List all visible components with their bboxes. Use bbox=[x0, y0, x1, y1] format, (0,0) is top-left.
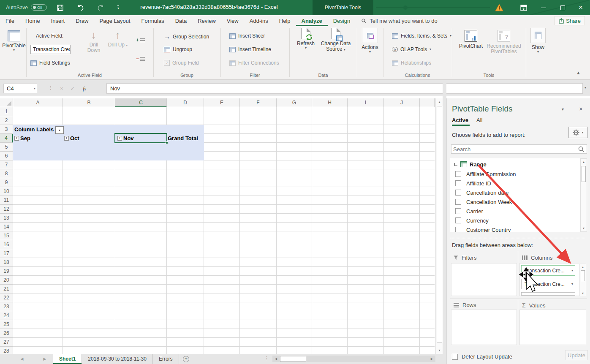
drill-up-button[interactable]: ↑ Drill Up ▾ bbox=[107, 28, 128, 48]
pivot-cell-sep[interactable]: + Sep bbox=[14, 134, 30, 143]
column-header-partial[interactable] bbox=[420, 98, 435, 107]
actions-button[interactable]: Actions ▾ bbox=[360, 28, 380, 54]
scroll-right-arrow[interactable]: ▶ bbox=[428, 356, 435, 362]
pivot-column-labels-cell[interactable]: Column Labels bbox=[14, 125, 54, 134]
collapse-field-button[interactable]: − bbox=[136, 56, 145, 62]
pane-close-button[interactable]: × bbox=[579, 105, 583, 112]
row-header-1[interactable]: 1 bbox=[0, 107, 13, 116]
expand-icon[interactable]: + bbox=[14, 136, 19, 141]
menu-tab-add-ins[interactable]: Add-ins bbox=[244, 15, 274, 26]
values-drop-area[interactable] bbox=[519, 310, 586, 345]
field-item-cancellation-date[interactable]: Cancellation date bbox=[450, 188, 580, 197]
notification-warning-button[interactable] bbox=[491, 0, 508, 15]
column-labels-filter-dropdown[interactable]: ▾ bbox=[55, 126, 64, 134]
row-header-13[interactable]: 13 bbox=[0, 214, 13, 223]
scroll-down-arrow[interactable]: ▼ bbox=[436, 347, 443, 354]
expand-field-button[interactable]: + bbox=[136, 37, 145, 43]
insert-slicer-button[interactable]: Insert Slicer bbox=[229, 33, 265, 39]
confirm-entry-button[interactable]: ✓ bbox=[68, 84, 78, 93]
expand-icon[interactable]: + bbox=[64, 136, 69, 141]
name-box[interactable]: C4 ▾ bbox=[3, 84, 37, 93]
menu-tab-view[interactable]: View bbox=[221, 15, 244, 26]
chevron-down-icon[interactable]: ▾ bbox=[571, 283, 573, 286]
cancel-entry-button[interactable]: × bbox=[57, 84, 67, 93]
row-header-8[interactable]: 8 bbox=[0, 169, 13, 178]
column-header-a[interactable]: A bbox=[13, 98, 63, 107]
fill-handle[interactable] bbox=[166, 141, 168, 144]
autosave-toggle[interactable]: AutoSave Off bbox=[6, 4, 47, 11]
collapse-icon[interactable] bbox=[454, 163, 457, 166]
collapse-ribbon-button[interactable]: ▲ bbox=[576, 70, 581, 75]
field-search-input[interactable] bbox=[451, 146, 578, 152]
column-header-i[interactable]: I bbox=[348, 98, 384, 107]
scroll-up-arrow[interactable]: ▲ bbox=[436, 98, 443, 106]
formula-input[interactable]: Nov bbox=[106, 83, 583, 94]
insert-timeline-button[interactable]: Insert Timeline bbox=[229, 46, 271, 52]
menu-tab-design[interactable]: Design bbox=[328, 15, 356, 26]
field-item-customer-country[interactable]: Customer Country bbox=[450, 225, 580, 232]
show-button[interactable]: Show ▾ bbox=[529, 28, 547, 54]
scroll-thumb[interactable] bbox=[581, 270, 585, 281]
field-checkbox[interactable] bbox=[455, 217, 461, 223]
row-header-6[interactable]: 6 bbox=[0, 152, 13, 160]
sheet-tab-2018-09-30-to-2018-11-30[interactable]: 2018-09-30 to 2018-11-30 bbox=[82, 354, 153, 364]
menu-tab-analyze[interactable]: Analyze bbox=[296, 15, 328, 26]
select-all-corner[interactable] bbox=[0, 98, 13, 107]
sheet-tab-errors[interactable]: Errors bbox=[153, 354, 179, 364]
active-field-value-box[interactable]: Transaction Creat bbox=[30, 45, 71, 54]
vertical-scrollbar[interactable]: ▲ ▼ bbox=[435, 98, 443, 354]
field-item-currency[interactable]: Currency bbox=[450, 216, 580, 225]
rows-drop-area[interactable] bbox=[451, 310, 517, 345]
row-header-3[interactable]: 3 bbox=[0, 125, 13, 134]
chevron-down-icon[interactable]: ▾ bbox=[571, 269, 573, 272]
pane-options-dropdown[interactable]: ▾ bbox=[562, 107, 564, 111]
row-header-9[interactable]: 9 bbox=[0, 178, 13, 187]
row-header-12[interactable]: 12 bbox=[0, 205, 13, 214]
field-settings-button[interactable]: Field Settings bbox=[30, 60, 70, 66]
row-header-15[interactable]: 15 bbox=[0, 231, 13, 240]
menu-tab-help[interactable]: Help bbox=[274, 15, 296, 26]
row-header-5[interactable]: 5 bbox=[0, 143, 13, 152]
row-header-11[interactable]: 11 bbox=[0, 196, 13, 205]
column-header-j[interactable]: J bbox=[384, 98, 420, 107]
menu-tab-file[interactable]: File bbox=[0, 15, 20, 26]
field-item-carrier[interactable]: Carrier bbox=[450, 206, 580, 216]
relationships-button[interactable]: Relationships bbox=[392, 60, 431, 66]
save-button[interactable] bbox=[54, 3, 66, 13]
row-header-23[interactable]: 23 bbox=[0, 302, 13, 311]
field-list-scrollbar[interactable]: ▲ ▼ bbox=[580, 158, 587, 232]
column-header-h[interactable]: H bbox=[312, 98, 348, 107]
menu-tab-insert[interactable]: Insert bbox=[46, 15, 71, 26]
horizontal-scrollbar[interactable]: ◀ ▶ bbox=[272, 356, 435, 362]
row-header-14[interactable]: 14 bbox=[0, 223, 13, 231]
row-header-19[interactable]: 19 bbox=[0, 267, 13, 276]
scroll-up-arrow[interactable]: ▲ bbox=[581, 159, 587, 165]
sheet-nav-left-arrow[interactable]: ◀ bbox=[17, 354, 27, 364]
field-checkbox[interactable] bbox=[455, 180, 461, 186]
field-checkbox[interactable] bbox=[455, 227, 461, 232]
pivot-grand-total-cell[interactable]: Grand Total bbox=[168, 134, 198, 143]
insert-function-button[interactable]: fx bbox=[79, 84, 90, 93]
columns-pill-partial[interactable] bbox=[521, 292, 575, 296]
group-selection-button[interactable]: → Group Selection bbox=[164, 33, 209, 40]
menu-tab-home[interactable]: Home bbox=[20, 15, 46, 26]
menu-tab-page-layout[interactable]: Page Layout bbox=[94, 15, 136, 26]
sheet-tab-sheet1[interactable]: Sheet1 bbox=[53, 354, 82, 364]
olap-tools-button[interactable]: fx OLAP Tools ▾ bbox=[392, 46, 431, 52]
share-button[interactable]: Share bbox=[555, 16, 585, 25]
field-search-box[interactable] bbox=[451, 144, 587, 154]
row-header-26[interactable]: 26 bbox=[0, 329, 13, 338]
columns-pill-1[interactable]: Transaction Cre...▾ bbox=[521, 265, 575, 276]
drill-down-button[interactable]: ↓ Drill Down bbox=[83, 28, 105, 53]
undo-button[interactable] bbox=[74, 3, 86, 13]
fields-items-sets-button[interactable]: Fields, Items, & Sets ▾ bbox=[392, 33, 451, 39]
field-item-cancellation-week[interactable]: Cancellation Week bbox=[450, 197, 580, 206]
sheet-nav-right-arrow[interactable]: ▶ bbox=[40, 354, 50, 364]
row-header-4[interactable]: 4 bbox=[0, 134, 13, 143]
row-header-10[interactable]: 10 bbox=[0, 187, 13, 196]
close-button[interactable]: × bbox=[571, 0, 590, 15]
ribbon-display-options-button[interactable] bbox=[514, 0, 533, 15]
pivottable-options-button[interactable]: PivotTable ▾ bbox=[3, 28, 24, 52]
maximize-button[interactable] bbox=[553, 0, 572, 15]
scroll-down-arrow[interactable]: ▼ bbox=[580, 290, 586, 296]
